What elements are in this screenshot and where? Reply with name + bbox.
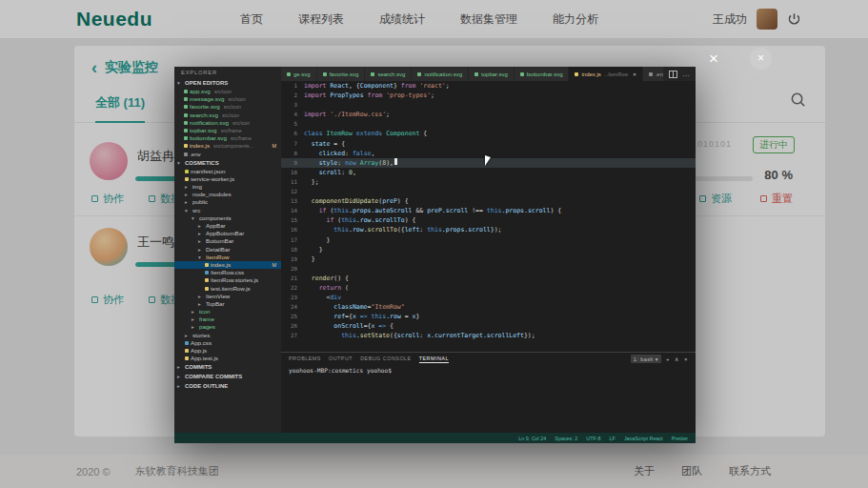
code-line[interactable]: 20 (281, 264, 696, 274)
terminal-tab[interactable]: DEBUG CONSOLE (360, 356, 412, 363)
tree-item[interactable]: ▸public (174, 198, 281, 206)
new-terminal-icon[interactable]: + (666, 356, 670, 362)
tree-item[interactable]: App.test.js (174, 355, 281, 362)
tree-item[interactable]: ▸node_modules (174, 191, 281, 198)
code-line[interactable]: 21 render() { (281, 274, 696, 283)
tree-item[interactable]: ▸TopBar (174, 300, 281, 308)
code-line[interactable]: 5 (281, 119, 696, 129)
split-editor-icon[interactable] (669, 71, 677, 78)
tree-item[interactable]: ItemRow.css (174, 269, 281, 276)
tree-item[interactable]: ▾ItemRow (174, 254, 281, 261)
sidebar-section-header[interactable]: ▸COMMITS (174, 362, 281, 372)
statusbar-item[interactable]: Prettier (672, 436, 688, 441)
statusbar-item[interactable]: JavaScript React (624, 436, 663, 441)
terminal-tab[interactable]: TERMINAL (419, 356, 449, 363)
tree-item[interactable]: App.css (174, 339, 281, 347)
code-line[interactable]: 4import './ItemRow.css'; (281, 110, 696, 119)
close-panel-icon[interactable]: × (684, 356, 688, 362)
open-editor-item[interactable]: message.svgsrc/icon (174, 95, 281, 103)
close-icon[interactable]: × (709, 50, 718, 69)
statusbar-item[interactable]: UTF-8 (586, 436, 600, 441)
code-line[interactable]: 24 className="ItemRow" (281, 302, 696, 312)
terminal-output[interactable]: yoohoos-MBP:cosmetics yoohoo$ (281, 365, 696, 433)
tree-item[interactable]: service-worker.js (174, 175, 281, 183)
editor-tab[interactable]: topbar.svg (469, 67, 515, 81)
open-editor-item[interactable]: index.jssrc/components...M (174, 142, 281, 150)
open-editor-item[interactable]: topbar.svgsrc/frame (174, 127, 281, 134)
open-editor-item[interactable]: bottombar.svgsrc/frame (174, 134, 281, 142)
editor-tab[interactable]: notification.svg (412, 67, 469, 81)
code-editor[interactable]: 1import React, {Component} from 'react';… (281, 81, 696, 352)
tree-item[interactable]: ▸AppBottomBar (174, 230, 281, 237)
code-line[interactable]: 27 this.setState({scroll: x.currentTarge… (281, 331, 696, 340)
statusbar-item[interactable]: LF (610, 436, 616, 441)
line-number: 25 (281, 312, 304, 321)
code-line[interactable]: 12 (281, 187, 696, 196)
tree-item[interactable]: App.js (174, 347, 281, 355)
tree-item[interactable]: ▸pages (174, 323, 281, 331)
tree-item[interactable]: ▸ItemView (174, 293, 281, 300)
tree-item[interactable]: ▸stories (174, 332, 281, 339)
shell-selector[interactable]: 1: bash ▾ (631, 355, 661, 363)
terminal-tab[interactable]: PROBLEMS (289, 356, 321, 363)
editor-tab[interactable]: index.js...ItemRow× (569, 67, 642, 81)
statusbar-item[interactable]: Spaces: 2 (555, 436, 577, 441)
tree-item[interactable]: ▸frame (174, 315, 281, 323)
explorer-sidebar: EXPLORER ▾ OPEN EDITORS app.svgsrc/iconm… (174, 67, 281, 433)
code-line[interactable]: 1import React, {Component} from 'react'; (281, 81, 696, 91)
file-icon (205, 278, 209, 282)
code-line[interactable]: 23 <div (281, 293, 696, 302)
tree-item[interactable]: index.jsM (174, 261, 281, 269)
open-editor-item[interactable]: notification.svgsrc/icon (174, 119, 281, 127)
code-line[interactable]: 17 } (281, 235, 696, 245)
tree-item[interactable]: ▸icon (174, 308, 281, 315)
tree-item[interactable]: ▾components (174, 214, 281, 222)
code-line[interactable]: 16 this.row.scrollTo({left: this.props.s… (281, 225, 696, 234)
tree-item[interactable]: ▸AppBar (174, 222, 281, 230)
more-actions-icon[interactable]: … (682, 71, 690, 77)
editor-tab[interactable]: .env (643, 67, 663, 81)
editor-tab[interactable]: favorite.svg (317, 67, 366, 81)
open-editor-item[interactable]: app.svgsrc/icon (174, 88, 281, 95)
close-circle-icon[interactable]: × (750, 48, 772, 70)
vscode-window: EXPLORER ▾ OPEN EDITORS app.svgsrc/iconm… (174, 67, 696, 443)
tree-item[interactable]: manifest.json (174, 168, 281, 175)
chevron-right-icon: ▸ (177, 381, 183, 391)
editor-tab[interactable]: ge.svg (281, 67, 317, 81)
tree-item[interactable]: ▸img (174, 183, 281, 191)
code-line[interactable]: 25 ref={x => this.row = x} (281, 312, 696, 321)
code-line[interactable]: 22 return ( (281, 283, 696, 293)
statusbar-item[interactable]: Ln 9, Col 24 (518, 436, 546, 441)
tree-item[interactable]: ▾src (174, 207, 281, 214)
close-icon[interactable]: × (633, 71, 636, 77)
tree-item[interactable]: ▸DetailBar (174, 246, 281, 254)
tree-item[interactable]: test.itemRow.js (174, 285, 281, 293)
code-line[interactable]: 3 (281, 100, 696, 110)
open-editors-header[interactable]: ▾ OPEN EDITORS (174, 78, 281, 88)
file-icon (649, 72, 653, 76)
code-line[interactable]: 26 onScroll={x => { (281, 321, 696, 331)
code-line[interactable]: 2import PropTypes from 'prop-types'; (281, 91, 696, 100)
code-line[interactable]: 13 componentDidUpdate(preP) { (281, 196, 696, 206)
tree-item[interactable]: ▸BottomBar (174, 237, 281, 245)
project-header[interactable]: ▾ COSMETICS (174, 158, 281, 168)
code-line[interactable]: 18 } (281, 245, 696, 254)
code-line[interactable]: 15 if (this.row.scrollTo) { (281, 215, 696, 225)
code-line[interactable]: 11 }; (281, 177, 696, 187)
sidebar-section-header[interactable]: ▸COMPARE COMMITS (174, 372, 281, 381)
open-editor-item[interactable]: .env (174, 151, 281, 158)
maximize-panel-icon[interactable]: ∧ (675, 356, 679, 362)
editor-tab[interactable]: bottombar.svg (515, 67, 570, 81)
code-line[interactable]: 7 state = { (281, 139, 696, 149)
code-line[interactable]: 14 if (this.props.autoScroll && preP.scr… (281, 206, 696, 215)
code-line[interactable]: 6class ItemRow extends Component { (281, 129, 696, 138)
vscode-statusbar: Ln 9, Col 24Spaces: 2UTF-8LFJavaScript R… (174, 433, 696, 443)
sidebar-section-header[interactable]: ▸CODE OUTLINE (174, 381, 281, 391)
code-line[interactable]: 10 scroll: 0, (281, 168, 696, 177)
tree-item[interactable]: ItemRow.stories.js (174, 276, 281, 284)
open-editor-item[interactable]: favorite.svgsrc/icon (174, 103, 281, 111)
code-line[interactable]: 19 } (281, 254, 696, 264)
terminal-tab[interactable]: OUTPUT (329, 356, 353, 363)
editor-tab[interactable]: search.svg (365, 67, 412, 81)
open-editor-item[interactable]: search.svgsrc/icon (174, 112, 281, 119)
